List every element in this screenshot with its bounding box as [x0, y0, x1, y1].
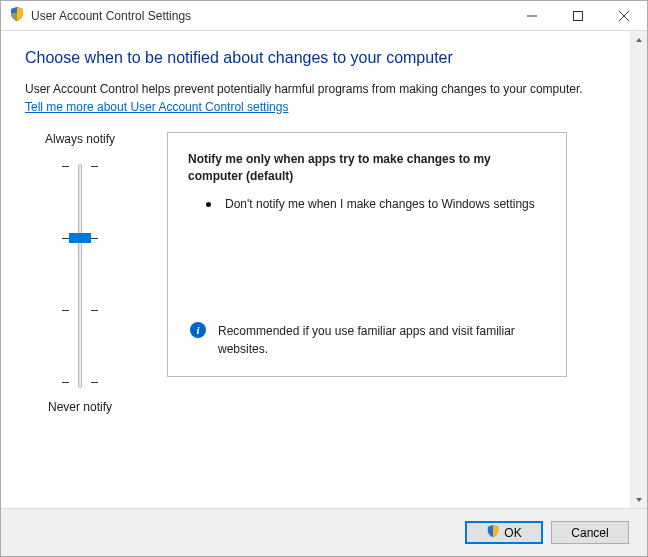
slider-thumb[interactable] [69, 233, 91, 243]
close-button[interactable] [601, 1, 647, 31]
cancel-button[interactable]: Cancel [551, 521, 629, 544]
slider-column: Always notify Never notify [25, 132, 135, 424]
scroll-down-button[interactable] [630, 491, 647, 508]
cancel-button-label: Cancel [571, 526, 608, 540]
slider-bottom-label: Never notify [25, 400, 135, 414]
shield-icon [486, 524, 500, 541]
bullet-icon [206, 202, 211, 207]
window-title: User Account Control Settings [31, 9, 509, 23]
ok-button[interactable]: OK [465, 521, 543, 544]
footer-buttons: OK Cancel [1, 508, 647, 556]
recommendation-row: i Recommended if you use familiar apps a… [188, 322, 546, 358]
content-area: Choose when to be notified about changes… [1, 31, 630, 508]
description-panel: Notify me only when apps try to make cha… [167, 132, 567, 377]
vertical-scrollbar[interactable] [630, 31, 647, 508]
recommendation-text: Recommended if you use familiar apps and… [218, 322, 546, 358]
slider-track [78, 164, 82, 388]
slider-tick [68, 166, 92, 168]
slider-top-label: Always notify [25, 132, 135, 146]
scroll-up-button[interactable] [630, 31, 647, 48]
svg-rect-1 [574, 11, 583, 20]
minimize-button[interactable] [509, 1, 555, 31]
bullet-text: Don't notify me when I make changes to W… [225, 196, 535, 213]
titlebar: User Account Control Settings [1, 1, 647, 31]
slider-tick [68, 382, 92, 384]
shield-icon [9, 6, 25, 25]
bullet-item: Don't notify me when I make changes to W… [188, 196, 546, 213]
slider-tick [68, 310, 92, 312]
ok-button-label: OK [504, 526, 521, 540]
notification-slider[interactable] [25, 156, 135, 396]
learn-more-link[interactable]: Tell me more about User Account Control … [25, 100, 288, 114]
description-text: User Account Control helps prevent poten… [25, 81, 610, 98]
maximize-button[interactable] [555, 1, 601, 31]
info-icon: i [190, 322, 206, 338]
panel-title: Notify me only when apps try to make cha… [188, 151, 546, 185]
scrollbar-track[interactable] [630, 48, 647, 491]
page-heading: Choose when to be notified about changes… [25, 49, 610, 67]
